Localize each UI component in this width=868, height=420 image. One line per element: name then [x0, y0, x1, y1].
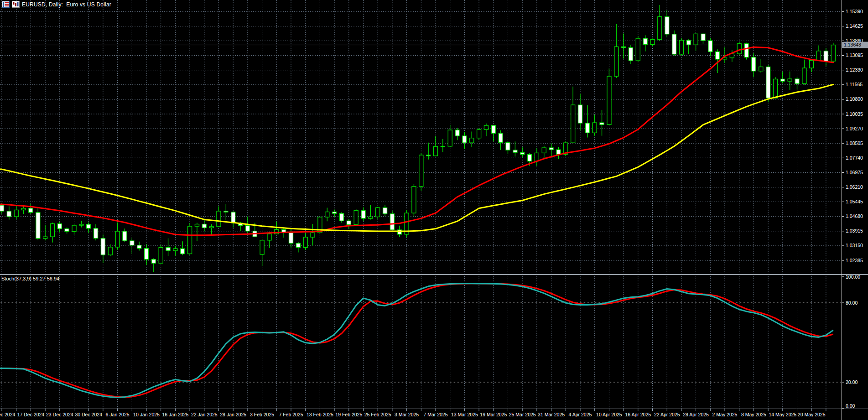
price-axis-label: 1.06210: [846, 184, 863, 190]
bull-candle: [441, 146, 445, 147]
bear-candle: [585, 123, 589, 133]
stoch-axis-label: 100.00: [846, 274, 860, 280]
bull-candle: [217, 211, 221, 227]
price-axis-label: 1.06975: [846, 170, 863, 175]
bear-candle: [752, 57, 756, 71]
bull-candle: [788, 79, 792, 81]
bull-candle: [614, 47, 619, 76]
bear-candle: [780, 79, 785, 81]
stoch-axis-label: 0.00: [846, 403, 855, 409]
bear-candle: [686, 40, 691, 45]
time-axis-label: 25 Feb 2025: [364, 412, 391, 417]
price-axis-label: 1.11565: [846, 82, 863, 87]
bear-candle: [665, 17, 669, 34]
ohlc-chart-icon[interactable]: [12, 1, 20, 8]
chart-canvas[interactable]: 1.153901.146251.138601.130951.123301.115…: [0, 0, 868, 420]
bear-candle: [426, 155, 431, 156]
time-axis-label: 25 Mar 2025: [509, 412, 536, 417]
bull-candle: [737, 44, 741, 54]
time-axis-label: 20 May 2025: [798, 412, 826, 417]
time-axis-label: 4 Apr 2025: [569, 412, 592, 417]
bear-candle: [181, 249, 185, 254]
bull-candle: [108, 247, 112, 255]
time-axis-label: 7 Feb 2025: [279, 412, 303, 417]
bear-candle: [29, 208, 33, 213]
bear-candle: [701, 34, 705, 41]
bull-candle: [535, 153, 539, 161]
bear-candle: [455, 130, 459, 136]
bull-candle: [542, 148, 546, 153]
bear-candle: [463, 136, 467, 143]
time-axis-label: 30 Dec 2024: [75, 412, 102, 417]
time-axis-label: 28 Apr 2025: [683, 412, 709, 417]
bull-candle: [419, 155, 423, 187]
bear-candle: [549, 148, 553, 150]
bull-candle: [14, 210, 18, 217]
time-axis-label: 16 Apr 2025: [625, 412, 651, 417]
bear-candle: [643, 38, 647, 44]
bear-candle: [87, 224, 91, 228]
bull-candle: [802, 68, 806, 83]
bear-candle: [231, 212, 235, 223]
time-axis-label: 22 Apr 2025: [654, 412, 680, 417]
time-axis-label: 10 Jan 2025: [133, 412, 160, 417]
bear-candle: [137, 245, 141, 249]
bull-candle: [412, 187, 416, 213]
bull-candle: [303, 237, 307, 248]
bull-candle: [759, 67, 763, 71]
price-axis-label: 1.14625: [846, 23, 863, 29]
time-axis-label: 19 Mar 2025: [480, 412, 507, 417]
bear-candle: [224, 211, 228, 212]
bear-candle: [744, 44, 748, 57]
bear-candle: [766, 67, 770, 98]
bull-candle: [50, 224, 54, 237]
time-axis-label: 13 Feb 2025: [307, 412, 333, 417]
bear-candle: [296, 243, 300, 247]
bear-candle: [151, 259, 156, 263]
indicator-list-icon[interactable]: [2, 1, 10, 8]
bull-candle: [730, 54, 734, 58]
bull-candle: [817, 51, 821, 61]
bull-candle: [173, 249, 177, 251]
chart-title: EURUSD, Daily: Euro vs US Dollar: [22, 1, 111, 8]
time-axis-label: 23 Dec 2024: [46, 412, 73, 417]
time-axis-label: 14 May 2025: [769, 412, 796, 417]
bull-candle: [209, 227, 213, 228]
bear-candle: [101, 239, 105, 255]
bull-candle: [571, 105, 575, 143]
bear-candle: [716, 52, 720, 59]
bull-candle: [79, 224, 83, 225]
bull-candle: [477, 130, 481, 138]
time-axis-label: 3 Mar 2025: [395, 412, 419, 417]
bear-candle: [629, 47, 633, 61]
bear-candle: [795, 79, 799, 83]
bull-candle: [354, 210, 358, 224]
bear-candle: [347, 221, 351, 224]
bull-candle: [773, 79, 777, 98]
bull-candle: [188, 226, 192, 254]
price-axis-label: 1.09270: [846, 126, 863, 131]
bear-candle: [123, 231, 127, 241]
price-axis-label: 1.13095: [846, 52, 863, 58]
bull-candle: [325, 212, 329, 217]
bull-candle: [21, 208, 26, 210]
stoch-axis-label: 20.00: [846, 379, 858, 385]
bull-candle: [43, 237, 47, 239]
bear-candle: [245, 226, 249, 231]
price-axis-label: 1.03150: [846, 243, 863, 248]
bear-candle: [289, 233, 293, 243]
panel-separator: [0, 274, 868, 275]
bull-candle: [636, 38, 640, 61]
time-axis-label: 3 Feb 2025: [250, 412, 274, 417]
bull-candle: [267, 234, 271, 240]
bear-candle: [94, 228, 98, 239]
bull-candle: [593, 123, 597, 133]
bull-candle: [607, 76, 611, 124]
bear-candle: [145, 249, 149, 259]
bear-candle: [528, 155, 532, 161]
bull-candle: [484, 125, 488, 130]
bear-candle: [36, 213, 40, 239]
bear-candle: [65, 229, 69, 232]
bull-candle: [679, 40, 683, 54]
price-axis-label: 1.03915: [846, 228, 863, 233]
